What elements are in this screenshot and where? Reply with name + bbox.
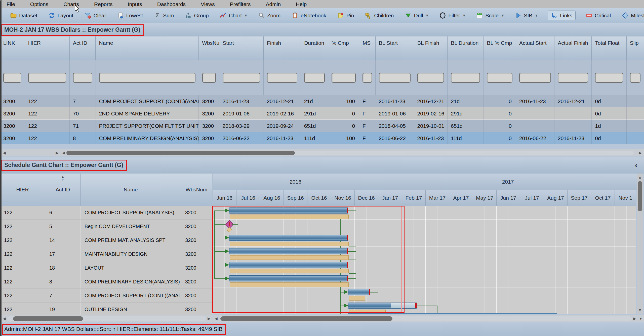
gantt-grid-row[interactable]: 12219OUTLINE DESIGN3200 — [0, 303, 212, 316]
scroll-right-arrow-icon[interactable]: ▶ — [637, 150, 643, 156]
filter-input-bl-cmp[interactable] — [487, 73, 512, 83]
column-header-actual-start[interactable]: Actual Start — [516, 36, 554, 60]
task-bar[interactable] — [229, 207, 348, 214]
gantt-column-header-act-id[interactable]: Act ID▲▼ — [45, 174, 80, 206]
task-bar[interactable] — [229, 275, 348, 281]
toolbar-button-critical[interactable]: Critical — [585, 11, 612, 20]
filter-input-cmp[interactable] — [332, 73, 356, 83]
column-header-slip[interactable]: Slip — [627, 36, 644, 60]
task-bar[interactable] — [229, 262, 348, 268]
toolbar-button-dataset[interactable]: Dataset — [9, 11, 38, 20]
filter-input-actual-start[interactable] — [519, 73, 551, 83]
sort-ascending-icon[interactable]: ▲ — [63, 38, 67, 42]
toolbar-button-scale[interactable]: Scale▾ — [475, 11, 505, 20]
filter-input-hier[interactable] — [28, 73, 66, 83]
toolbar-button-children[interactable]: Children — [364, 11, 395, 20]
scroll-left-arrow-icon[interactable]: ◀ — [61, 150, 66, 156]
gantt-grid-row[interactable]: 1225Begin COM DEVELOPMENT3200 — [0, 220, 212, 233]
toolbar-button-lowest[interactable]: Lowest — [116, 11, 144, 20]
table-row[interactable]: 32001228COM PRELIMINARY DESIGN(ANALYSIS)… — [0, 132, 644, 144]
column-header-actual-finish[interactable]: Actual Finish — [554, 36, 592, 60]
filter-input-actual-finish[interactable] — [558, 73, 588, 83]
filter-input-ms[interactable] — [363, 73, 372, 83]
table-row[interactable]: 32001227COM PROJECT SUPPORT (CONT.)(ANAL… — [0, 95, 644, 107]
scroll-up-arrow-icon[interactable]: ▲ — [637, 175, 643, 180]
filter-input-bl-finish[interactable] — [417, 73, 444, 83]
vscroll-thumb[interactable] — [638, 181, 642, 211]
bottom-scrollbars[interactable]: ◀ ▶ ◀ ▶ ▼ — [0, 315, 644, 322]
filter-input-link[interactable] — [3, 73, 21, 83]
toolbar-button-filter[interactable]: Filter▾ — [438, 11, 466, 20]
column-header-wbsnum[interactable]: WbsNum — [199, 36, 219, 60]
menu-item-inputs[interactable]: Inputs — [128, 1, 142, 7]
chevron-down-icon[interactable]: ▾ — [535, 13, 538, 18]
filter-input-finish[interactable] — [267, 73, 297, 83]
menu-item-options[interactable]: Options — [30, 1, 48, 7]
gantt-column-header-wbsnum[interactable]: WbsNum — [181, 174, 212, 206]
toolbar-button-milestone[interactable]: Milestone — [621, 11, 644, 20]
filter-input-slip[interactable] — [630, 73, 640, 83]
hscroll-thumb[interactable] — [66, 151, 295, 155]
gantt-grid-row[interactable]: 12217MAINTAINABILITY DESIGN3200 — [0, 247, 212, 261]
toolbar-button-layout[interactable]: Layout — [47, 11, 74, 20]
task-bar[interactable] — [348, 303, 391, 309]
menu-item-reports[interactable]: Reports — [94, 1, 113, 7]
column-header-duration[interactable]: Duration — [301, 36, 328, 60]
gantt-vscrollbar[interactable]: ▲ ▼ — [637, 174, 643, 314]
filter-input-bl-duration[interactable] — [451, 73, 480, 83]
gantt-column-header-name[interactable]: Name — [80, 174, 181, 206]
chevron-down-icon[interactable]: ▾ — [426, 13, 428, 18]
task-bar[interactable] — [229, 248, 348, 254]
scroll-right-arrow-icon[interactable]: ▶ — [206, 316, 212, 321]
scroll-right-arrow-icon[interactable]: ▶ — [54, 150, 60, 156]
scroll-left-arrow-icon[interactable]: ◀ — [2, 150, 7, 156]
column-header-cmp[interactable]: % Cmp — [328, 36, 359, 60]
menu-item-admin[interactable]: Admin — [266, 1, 281, 7]
column-header-hier[interactable]: HIER▲ — [25, 36, 70, 60]
toolbar-button-pin[interactable]: Pin — [336, 11, 355, 20]
chart-hscroll-thumb[interactable] — [220, 316, 392, 321]
gantt-column-header-hier[interactable]: HIER — [0, 174, 45, 206]
filter-input-act-id[interactable] — [73, 73, 92, 83]
grid-hscroll-thumb[interactable] — [13, 316, 83, 321]
filter-input-wbsnum[interactable] — [202, 73, 216, 83]
column-header-bl-duration[interactable]: BL Duration — [448, 36, 484, 60]
scroll-left-arrow-icon[interactable]: ◀ — [213, 316, 219, 321]
filter-input-start[interactable] — [223, 73, 260, 83]
toolbar-button-enotebook[interactable]: eNotebook — [291, 11, 327, 20]
remaining-task-bar[interactable] — [391, 303, 417, 309]
toolbar-button-sum[interactable]: ΣSum — [153, 11, 175, 20]
scroll-down-arrow-icon[interactable]: ▼ — [638, 316, 643, 321]
gantt-grid-row[interactable]: 1228COM PRELIMINARY DESIGN(ANALYSIS)3200 — [0, 275, 212, 289]
column-header-bl-cmp[interactable]: BL % Cmp — [484, 36, 516, 60]
toolbar-button-sib[interactable]: SIB▾ — [514, 11, 538, 20]
column-header-total-float[interactable]: Total Float — [592, 36, 626, 60]
table-row[interactable]: 320012271PR0JECT SUPPORT(COM FLT TST UNI… — [0, 120, 644, 132]
column-header-ms[interactable]: MS — [359, 36, 375, 60]
gantt-grid-row[interactable]: 1226COM PROJECT SUPPORT(ANALYSIS)3200 — [0, 206, 212, 220]
gantt-chart-area[interactable] — [212, 206, 636, 314]
column-header-bl-finish[interactable]: BL Finish — [414, 36, 448, 60]
toolbar-button-clear[interactable]: Clear — [83, 11, 107, 20]
gantt-grid-row[interactable]: 12218LAYOUT3200 — [0, 261, 212, 275]
menu-item-file[interactable]: File — [7, 1, 15, 7]
filter-input-total-float[interactable] — [595, 73, 623, 83]
scroll-left-arrow-icon[interactable]: ◀ — [2, 316, 7, 321]
scroll-down-arrow-icon[interactable]: ▼ — [637, 307, 643, 313]
gantt-grid-row[interactable]: 12214COM PRELIM MAT. ANALYSIS SPT3200 — [0, 233, 212, 247]
scroll-right-arrow-icon[interactable]: ▶ — [632, 316, 637, 321]
column-header-finish[interactable]: Finish — [264, 36, 301, 60]
column-header-start[interactable]: Start — [219, 36, 264, 60]
gantt-grid-row[interactable]: 1227COM PROJECT SUPPORT (CONT.)(ANALYSIS… — [0, 289, 212, 303]
column-header-name[interactable]: Name — [96, 36, 199, 60]
filter-input-duration[interactable] — [304, 73, 325, 83]
collapse-chevron-icon[interactable]: ‹ — [635, 161, 637, 170]
toolbar-button-group[interactable]: Group — [184, 11, 210, 20]
menu-item-views[interactable]: Views — [201, 1, 215, 7]
chevron-down-icon[interactable]: ▾ — [463, 13, 465, 18]
task-bar[interactable] — [348, 289, 370, 295]
toolbar-button-chart[interactable]: Chart▾ — [219, 11, 248, 20]
column-header-bl-start[interactable]: BL Start — [376, 36, 414, 60]
panel1-hscrollbar[interactable]: ◀ ▶ ◀ ▶ — [0, 149, 644, 156]
toolbar-button-drill[interactable]: Drill▾ — [404, 11, 429, 20]
